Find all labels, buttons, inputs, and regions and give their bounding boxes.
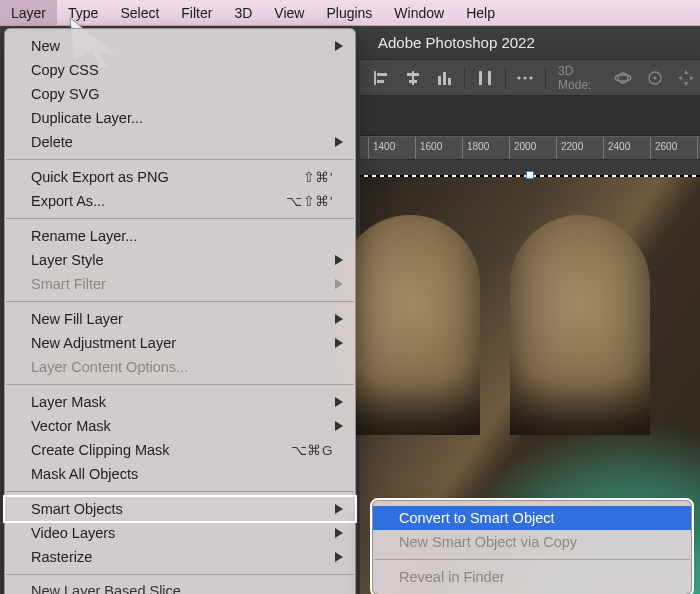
svg-marker-33 xyxy=(335,552,343,562)
selection-handle-top[interactable] xyxy=(526,171,534,179)
layer-menu-item-video-layers[interactable]: Video Layers xyxy=(5,521,355,545)
chevron-right-icon xyxy=(335,279,343,289)
layer-menu-item-rasterize[interactable]: Rasterize xyxy=(5,545,355,569)
menu-window[interactable]: Window xyxy=(383,0,455,25)
menu-help[interactable]: Help xyxy=(455,0,506,25)
menu-item-label: Duplicate Layer... xyxy=(31,110,333,126)
align-bars-icon[interactable] xyxy=(431,66,458,90)
menu-view[interactable]: View xyxy=(263,0,315,25)
pan-3d-icon[interactable] xyxy=(641,66,668,90)
layer-menu-item-new-fill-layer[interactable]: New Fill Layer xyxy=(5,307,355,331)
svg-marker-20 xyxy=(678,76,682,80)
svg-rect-6 xyxy=(438,76,441,85)
menu-separator xyxy=(6,218,354,219)
layer-menu-item-duplicate-layer[interactable]: Duplicate Layer... xyxy=(5,106,355,130)
menu-separator xyxy=(6,301,354,302)
chevron-right-icon xyxy=(335,314,343,324)
menu-item-label: Copy SVG xyxy=(31,86,333,102)
photo-shape xyxy=(340,215,480,435)
chevron-right-icon xyxy=(335,41,343,51)
svg-marker-24 xyxy=(335,137,343,147)
chevron-right-icon xyxy=(335,137,343,147)
layer-menu-item-layer-mask[interactable]: Layer Mask xyxy=(5,390,355,414)
svg-marker-32 xyxy=(335,528,343,538)
menu-item-label: New xyxy=(31,38,333,54)
document-tab-strip[interactable] xyxy=(360,96,700,136)
layer-menu-item-quick-export-as-png[interactable]: Quick Export as PNG⇧⌘' xyxy=(5,165,355,189)
more-options-icon[interactable] xyxy=(512,66,539,90)
menu-type[interactable]: Type xyxy=(57,0,109,25)
ruler-tick: 1600 xyxy=(415,137,416,159)
orbit-3d-icon[interactable] xyxy=(610,66,637,90)
menu-layer[interactable]: Layer xyxy=(0,0,57,25)
layer-menu-item-smart-objects[interactable]: Smart Objects xyxy=(5,497,355,521)
svg-point-17 xyxy=(653,76,656,79)
svg-marker-26 xyxy=(335,279,343,289)
separator xyxy=(464,67,465,89)
layer-menu-item-copy-svg[interactable]: Copy SVG xyxy=(5,82,355,106)
move-3d-icon[interactable] xyxy=(673,66,700,90)
menu-separator xyxy=(6,159,354,160)
svg-rect-2 xyxy=(377,80,384,83)
menu-item-label: New Adjustment Layer xyxy=(31,335,333,351)
layer-menu-item-smart-filter: Smart Filter xyxy=(5,272,355,296)
layer-menu-item-vector-mask[interactable]: Vector Mask xyxy=(5,414,355,438)
menu-item-label: Export As... xyxy=(31,193,286,209)
layer-menu-item-new[interactable]: New xyxy=(5,34,355,58)
layer-menu-item-layer-style[interactable]: Layer Style xyxy=(5,248,355,272)
layer-menu-item-delete[interactable]: Delete xyxy=(5,130,355,154)
menu-plugins[interactable]: Plugins xyxy=(315,0,383,25)
menu-item-label: Smart Filter xyxy=(31,276,333,292)
smart-objects-submenu[interactable]: Convert to Smart ObjectNew Smart Object … xyxy=(372,500,692,594)
menu-filter[interactable]: Filter xyxy=(170,0,223,25)
distribute-v-icon[interactable] xyxy=(471,66,498,90)
menu-item-label: Create Clipping Mask xyxy=(31,442,291,458)
svg-marker-28 xyxy=(335,338,343,348)
svg-marker-27 xyxy=(335,314,343,324)
chevron-right-icon xyxy=(335,552,343,562)
menu-item-label: Video Layers xyxy=(31,525,333,541)
layer-menu[interactable]: NewCopy CSSCopy SVGDuplicate Layer...Del… xyxy=(4,28,356,594)
ruler-tick: 2400 xyxy=(603,137,604,159)
svg-rect-5 xyxy=(409,80,417,83)
menu-item-label: Reveal in Finder xyxy=(399,569,669,585)
align-center-h-icon[interactable] xyxy=(399,66,426,90)
svg-point-12 xyxy=(524,76,527,79)
chevron-right-icon xyxy=(335,397,343,407)
ruler-tick: 2000 xyxy=(509,137,510,159)
svg-rect-9 xyxy=(479,71,482,85)
svg-point-13 xyxy=(530,76,533,79)
menu-item-label: New Fill Layer xyxy=(31,311,333,327)
menu-select[interactable]: Select xyxy=(109,0,170,25)
layer-menu-item-rename-layer[interactable]: Rename Layer... xyxy=(5,224,355,248)
menu-item-label: Quick Export as PNG xyxy=(31,169,303,185)
layer-menu-item-export-as[interactable]: Export As...⌥⇧⌘' xyxy=(5,189,355,213)
ruler-tick: 2600 xyxy=(650,137,651,159)
svg-marker-19 xyxy=(684,82,688,86)
svg-marker-30 xyxy=(335,421,343,431)
layer-menu-item-new-layer-based-slice[interactable]: New Layer Based Slice xyxy=(5,580,355,594)
layer-menu-item-create-clipping-mask[interactable]: Create Clipping Mask⌥⌘G xyxy=(5,438,355,462)
ruler-tick: 280 xyxy=(697,137,698,159)
app-title: Adobe Photoshop 2022 xyxy=(378,34,535,51)
menu-item-label: Smart Objects xyxy=(31,501,333,517)
layer-menu-item-copy-css[interactable]: Copy CSS xyxy=(5,58,355,82)
menu-separator xyxy=(6,491,354,492)
menu-separator xyxy=(374,559,690,560)
align-left-icon[interactable] xyxy=(368,66,395,90)
layer-menu-item-mask-all-objects[interactable]: Mask All Objects xyxy=(5,462,355,486)
layer-menu-item-new-adjustment-layer[interactable]: New Adjustment Layer xyxy=(5,331,355,355)
smartobj-menu-item-convert-to-smart-object[interactable]: Convert to Smart Object xyxy=(373,506,691,530)
menu-item-label: Rename Layer... xyxy=(31,228,333,244)
svg-marker-18 xyxy=(684,70,688,74)
menu-3d[interactable]: 3D xyxy=(223,0,263,25)
chevron-right-icon xyxy=(335,255,343,265)
options-bar: 3D Mode: xyxy=(360,60,700,96)
svg-marker-21 xyxy=(690,76,694,80)
ruler-tick: 2200 xyxy=(556,137,557,159)
photo-shape xyxy=(510,215,650,435)
layer-menu-item-layer-content-options: Layer Content Options... xyxy=(5,355,355,379)
svg-rect-1 xyxy=(377,73,387,76)
menu-shortcut: ⌥⇧⌘' xyxy=(286,193,333,209)
app-titlebar: Adobe Photoshop 2022 xyxy=(360,26,700,60)
